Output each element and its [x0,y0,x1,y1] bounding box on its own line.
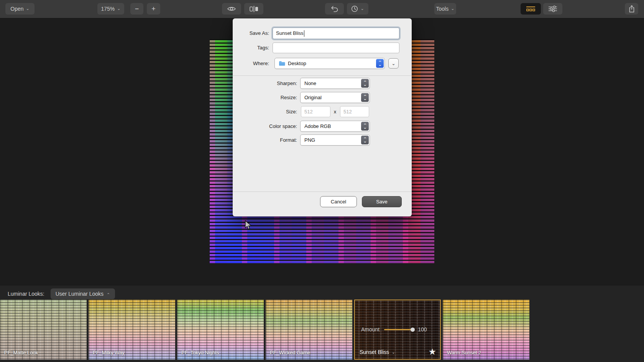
preset-card-milky-way[interactable]: PF_Milky Way [89,300,175,360]
dialog-separator [233,75,412,76]
chevron-down-icon: ⌄ [451,7,454,11]
chevron-down-icon: ⌄ [117,7,120,11]
zoom-level-button[interactable]: 175% ⌄ [97,3,124,15]
amount-slider[interactable] [384,329,413,330]
zoom-level-value: 175% [101,6,115,12]
sliders-icon [548,5,557,12]
tags-label: Tags: [233,43,269,53]
toolbar: Open ⌄ 175% ⌄ − + [0,0,644,18]
where-label: Where: [233,58,269,69]
folder-icon [279,61,285,66]
format-value: PNG [304,134,315,146]
preview-toggle-button[interactable] [222,3,241,15]
export-button[interactable] [625,3,638,15]
size-height-input: 512 [340,106,369,117]
preset-card-wicked-game[interactable]: PF_Wicked Game [266,300,352,360]
history-button[interactable]: ⌄ [347,3,368,15]
dialog-separator [233,192,412,192]
looks-panel-title: Luminar Looks: [8,291,44,297]
amount-control: Amount 100 [361,326,427,333]
preset-card-sunset-bliss-selected[interactable]: Amount 100 Sunset Bliss ⌄ ★ [354,300,441,360]
size-label: Size: [233,106,297,117]
tools-button[interactable]: Tools ⌄ [434,3,456,15]
compare-button[interactable] [244,3,263,15]
stepper-down-icon: ⌄ [363,84,367,86]
looks-collection-select[interactable]: User Luminar Looks ⌃ [51,288,115,299]
amount-value: 100 [418,326,427,333]
preset-card-matte-look[interactable]: PF_Matte Look [0,300,87,360]
where-disclosure-button[interactable]: ⌄ [388,58,399,69]
amount-label: Amount [361,326,380,333]
undo-button[interactable] [325,3,344,15]
sharpen-stepper: ⌃ ⌄ [361,79,369,88]
stepper-down-icon: ⌄ [363,140,367,143]
where-select[interactable]: Desktop ⌃ ⌄ [274,58,385,69]
resize-stepper: ⌃ ⌄ [361,93,369,102]
save-button[interactable]: Save [362,196,402,207]
preset-name-dropdown[interactable]: Sunset Bliss ⌄ [360,349,395,355]
text-cursor [304,30,304,37]
colorspace-label: Color space: [233,121,297,132]
chevron-down-icon: ⌄ [26,7,30,11]
looks-panel-toggle[interactable] [521,3,541,15]
preset-card-warm-sunset-2[interactable]: Warm Sunset 2 [443,300,529,360]
preset-strip: PF_Matte Look PF_Milky Way PF_Tokyo Nigh… [0,300,529,360]
colorspace-select[interactable]: Adobe RGB ⌃ ⌄ [300,121,370,132]
save-button-label: Save [376,199,388,205]
stepper-down-icon: ⌄ [363,98,367,100]
open-button-label: Open [10,6,23,12]
where-stepper[interactable]: ⌃ ⌄ [376,59,384,68]
clock-icon [351,5,358,12]
mouse-cursor [244,220,252,230]
stepper-down-icon: ⌄ [363,126,367,129]
sharpen-select[interactable]: None ⌃ ⌄ [300,78,370,89]
size-width-value: 512 [304,106,313,117]
save-as-label: Save As: [233,28,269,39]
compare-split-icon [250,6,258,12]
zoom-out-button[interactable]: − [130,3,143,15]
size-width-input: 512 [301,106,330,117]
eye-icon [227,6,236,12]
sharpen-value: None [304,78,316,89]
chevron-down-icon: ⌄ [392,350,395,354]
minus-icon: − [135,5,139,12]
looks-collection-label: User Luminar Looks [56,291,104,297]
filmstrip-icon [526,6,536,12]
favorite-star-icon[interactable]: ★ [428,347,436,357]
share-icon [629,5,635,13]
open-button[interactable]: Open ⌄ [5,3,34,15]
format-select[interactable]: PNG ⌃ ⌄ [300,134,370,146]
resize-select[interactable]: Original ⌃ ⌄ [300,92,370,103]
resize-label: Resize: [233,92,297,103]
plus-icon: + [151,5,156,12]
zoom-in-button[interactable]: + [147,3,160,15]
tags-input[interactable] [273,43,399,53]
preset-name: Sunset Bliss [360,349,389,355]
cancel-button-label: Cancel [331,199,346,205]
chevron-down-icon: ⌄ [391,61,395,66]
preset-name: PF_Matte Look [4,350,38,355]
stepper-down-icon: ⌄ [378,64,382,66]
size-height-value: 512 [343,106,352,117]
preset-name: PF_Tokyo Nights [181,350,219,355]
format-label: Format: [233,134,297,146]
save-as-value: Sunset Bliss [276,28,304,39]
colorspace-stepper: ⌃ ⌄ [361,122,369,131]
looks-header: Luminar Looks: User Luminar Looks ⌃ [8,288,115,299]
save-dialog: Save As: Sunset Bliss Tags: Where: Deskt… [233,18,412,216]
preset-name: Warm Sunset 2 [447,350,481,355]
save-as-input[interactable]: Sunset Bliss [273,28,399,39]
undo-arrow-icon [330,6,339,12]
format-stepper: ⌃ ⌄ [361,136,369,144]
chevron-up-icon: ⌃ [107,293,110,297]
preset-card-tokyo-nights[interactable]: PF_Tokyo Nights [177,300,264,360]
luminar-window: Open ⌄ 175% ⌄ − + [0,0,644,362]
preset-name: PF_Wicked Game [270,350,310,355]
looks-panel: Luminar Looks: User Luminar Looks ⌃ PF_M… [0,285,644,362]
amount-slider-knob[interactable] [411,328,415,332]
cancel-button[interactable]: Cancel [320,196,357,207]
where-value: Desktop [288,58,306,69]
edit-panel-toggle[interactable] [543,3,562,15]
chevron-down-icon: ⌄ [360,7,364,11]
resize-value: Original [304,92,322,103]
